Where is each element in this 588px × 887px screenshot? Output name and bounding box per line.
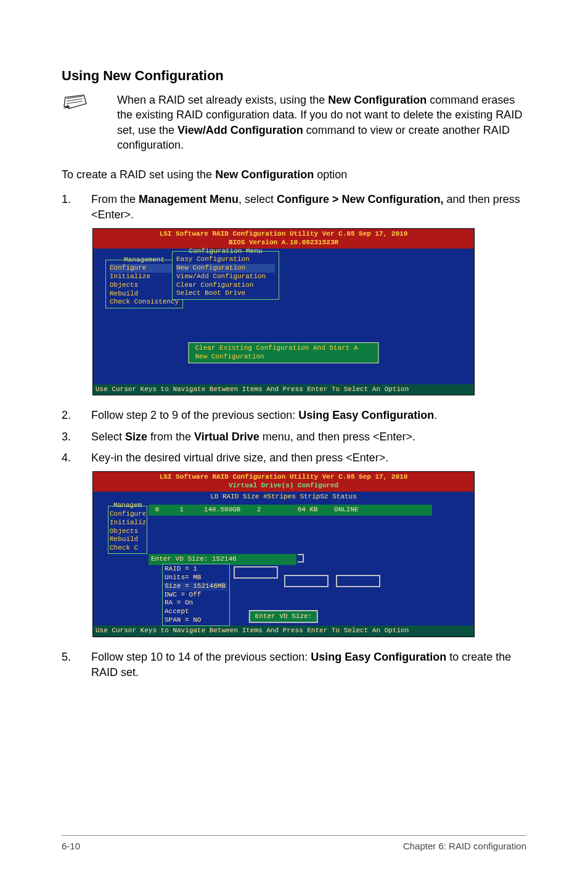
mgmt-item-check[interactable]: Check Consistency: [110, 298, 179, 307]
s3-b1: Size: [125, 431, 147, 443]
cfg-item-clear[interactable]: Clear Configuration: [176, 281, 275, 290]
bios-title1: LSI Software RAID Configuration Utility …: [94, 230, 473, 239]
s1-b2: Configure > New Configuration,: [277, 193, 444, 205]
cfg-item-boot[interactable]: Select Boot Drive: [176, 289, 275, 298]
cfg-item-easy[interactable]: Easy Configuration: [176, 255, 275, 264]
side-label: Managem: [110, 501, 145, 510]
page-number: 6-10: [62, 841, 80, 851]
bios-titlebar: LSI Software RAID Configuration Utility …: [93, 229, 474, 249]
prop-accept[interactable]: Accept: [165, 608, 227, 616]
s5-b1: Using Easy Configuration: [311, 651, 446, 663]
side-item[interactable]: Initializ: [110, 519, 145, 527]
bios-screenshot-1: LSI Software RAID Configuration Utility …: [92, 228, 526, 395]
notepad-icon: [62, 93, 99, 113]
side-item[interactable]: Rebuild: [110, 535, 145, 544]
page-footer: 6-10 Chapter 6: RAID configuration: [62, 835, 526, 851]
selection-box-icon: [234, 566, 278, 579]
intro-t2: option: [314, 168, 347, 181]
bios-title2: BIOS Version A.10.09231523R: [94, 239, 473, 247]
step-2: 2. Follow step 2 to 9 of the previous se…: [62, 408, 526, 423]
note-callout: When a RAID set already exists, using th…: [62, 93, 526, 152]
s2-t1: Follow step 2 to 9 of the previous secti…: [91, 409, 298, 421]
prop-size[interactable]: Size = 152146MB: [165, 582, 227, 591]
cfg-item-viewadd[interactable]: View/Add Configuration: [176, 273, 275, 281]
note-text: When a RAID set already exists, using th…: [117, 93, 526, 152]
s3-b2: Virtual Drive: [194, 431, 259, 443]
s3-t3: menu, and then press <Enter>.: [259, 431, 415, 443]
s2-b1: Using Easy Configuration: [298, 409, 434, 421]
vd-properties-menu: RAID = 1 Units= MB Size = 152146MB DWC =…: [162, 564, 230, 625]
intro-t1: To create a RAID set using the: [62, 168, 215, 181]
prop-span[interactable]: SPAN = NO: [165, 616, 227, 625]
enter-vd-size-button[interactable]: Enter VD Size:: [249, 610, 318, 624]
step-body: Follow step 10 to 14 of the previous sec…: [91, 650, 526, 680]
vd-data-row: 0 1 148.580GB 2 64 KB ONLINE: [149, 505, 432, 516]
bios-footer: Use Cursor Keys to Navigate Between Item…: [93, 384, 474, 395]
cfg-item-new[interactable]: New Configuration: [176, 264, 275, 273]
bios2-subtitle: Virtual Drive(s) Configured: [94, 482, 473, 490]
s1-b1: Management Menu: [139, 193, 239, 205]
prop-units[interactable]: Units= MB: [165, 574, 227, 582]
step-body: Follow step 2 to 9 of the previous secti…: [91, 408, 526, 423]
step-number: 2.: [62, 408, 91, 423]
step-4: 4. Key-in the desired virtual drive size…: [62, 450, 526, 465]
mgmt-item-objects[interactable]: Objects: [110, 281, 179, 290]
step-body: Select Size from the Virtual Drive menu,…: [91, 429, 526, 444]
selection-box-icon: [284, 575, 329, 587]
prop-ra[interactable]: RA = On: [165, 599, 227, 608]
bios2-footer: Use Cursor Keys to Navigate Between Item…: [93, 625, 474, 637]
vd-columns: LD RAID Size #Stripes StripSz Status: [93, 492, 474, 503]
bios2-titlebar: LSI Software RAID Configuration Utility …: [93, 472, 474, 492]
cursor-marker-icon: [298, 554, 304, 563]
s4-t1: Key-in the desired virtual drive size, a…: [91, 452, 388, 464]
s1-t1: From the: [91, 193, 139, 205]
note-b1: New Configuration: [328, 94, 427, 106]
step-body: From the Management Menu, select Configu…: [91, 192, 526, 222]
step-number: 5.: [62, 650, 91, 680]
configuration-menu: Configuration Menu Easy Configuration Ne…: [172, 251, 279, 300]
s5-t1: Follow step 10 to 14 of the previous sec…: [91, 651, 311, 663]
bios-screenshot-2: LSI Software RAID Configuration Utility …: [92, 471, 526, 637]
s2-t2: .: [434, 409, 437, 421]
cfg-label: Configuration Menu: [176, 247, 275, 256]
s3-t1: Select: [91, 431, 125, 443]
mgmt-item-configure[interactable]: Configure: [110, 264, 179, 273]
chapter-label: Chapter 6: RAID configuration: [403, 841, 526, 851]
side-item[interactable]: Check C: [110, 544, 145, 553]
mgmt-label: Management: [110, 256, 179, 265]
selection-box-icon: [336, 575, 380, 587]
step-number: 1.: [62, 192, 91, 222]
side-item[interactable]: Configure: [110, 510, 145, 519]
intro-para: To create a RAID set using the New Confi…: [62, 167, 526, 182]
side-item[interactable]: Objects: [110, 527, 145, 536]
step-number: 3.: [62, 429, 91, 444]
side-management-menu: Managem Configure Initializ Objects Rebu…: [108, 506, 147, 554]
note-b2: View/Add Configuration: [178, 124, 303, 136]
mgmt-item-initialize[interactable]: Initialize: [110, 273, 179, 281]
intro-b1: New Configuration: [215, 168, 314, 181]
step-5: 5. Follow step 10 to 14 of the previous …: [62, 650, 526, 680]
mgmt-item-rebuild[interactable]: Rebuild: [110, 290, 179, 299]
s1-t2: , select: [239, 193, 277, 205]
s3-t2: from the: [147, 431, 194, 443]
section-heading: Using New Configuration: [62, 68, 526, 84]
prop-raid[interactable]: RAID = 1: [165, 565, 227, 574]
step-1: 1. From the Management Menu, select Conf…: [62, 192, 526, 222]
prop-dwc[interactable]: DWC = Off: [165, 591, 227, 600]
step-3: 3. Select Size from the Virtual Drive me…: [62, 429, 526, 444]
status-message: Clear Existing Configuration And Start A…: [189, 342, 379, 363]
bios2-title1: LSI Software RAID Configuration Utility …: [94, 473, 473, 482]
note-t1: When a RAID set already exists, using th…: [117, 94, 328, 106]
step-body: Key-in the desired virtual drive size, a…: [91, 450, 526, 465]
step-number: 4.: [62, 450, 91, 465]
